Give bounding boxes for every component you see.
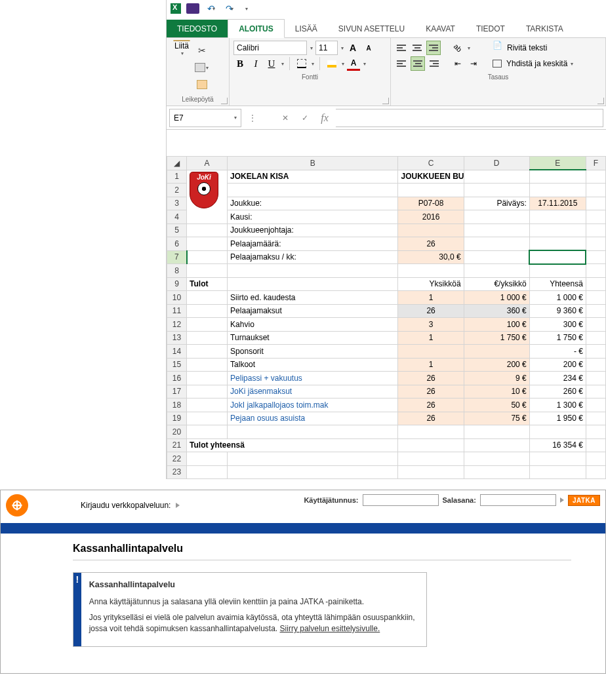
cell-C7[interactable]: 30,0 € [398,250,464,264]
cell-A9[interactable]: Tulot [187,277,228,291]
save-button[interactable] [186,3,199,14]
cell-E3[interactable]: 17.11.2015 [529,197,586,210]
cell-E21[interactable]: 16 354 € [529,438,586,452]
cell-D1[interactable] [464,170,529,184]
cell-D18[interactable]: 50 € [464,399,529,412]
cell-C18[interactable]: 26 [398,399,464,412]
tab-data[interactable]: TIEDOT [466,20,515,37]
row-header[interactable]: 3 [167,197,187,210]
select-all-corner[interactable]: ◢ [167,157,187,170]
wrap-text-button[interactable]: 📄 [491,41,504,55]
cell-C10[interactable]: 1 [398,291,464,305]
decrease-indent-button[interactable]: ⇤ [451,56,464,71]
cancel-formula-button[interactable]: ✕ [277,109,294,126]
paste-split[interactable]: ▾ [181,50,184,56]
namebox-more-button[interactable]: ⋮ [244,109,261,126]
row-header[interactable]: 10 [167,291,187,305]
worksheet[interactable]: ◢ A B C D E F 1 JoKi J [167,156,606,479]
row-header[interactable]: 21 [167,438,187,452]
decrease-font-button[interactable]: A [362,41,375,55]
col-header-F[interactable]: F [586,157,605,170]
cell-D10[interactable]: 1 000 € [464,291,529,305]
cell-E17[interactable]: 260 € [529,385,586,399]
cell-D13[interactable]: 1 750 € [464,331,529,345]
cell-C11[interactable]: 26 [398,304,464,318]
row-header[interactable]: 20 [167,425,187,439]
alignment-launcher[interactable] [597,98,604,104]
font-launcher[interactable] [382,98,389,104]
col-header-C[interactable]: C [398,157,464,170]
cell-E16[interactable]: 234 € [529,372,586,385]
row-header[interactable]: 22 [167,452,187,466]
cell-B14[interactable]: Sponsorit [228,345,398,359]
increase-font-button[interactable]: A [346,41,359,55]
cell-D11[interactable]: 360 € [464,304,529,318]
tab-insert[interactable]: LISÄÄ [285,20,328,37]
cell-D12[interactable]: 100 € [464,318,529,332]
cell-D3[interactable]: Päiväys: [464,197,529,210]
font-size-combo[interactable] [315,41,338,55]
borders-split[interactable]: ▾ [312,61,314,67]
cell-E19[interactable]: 1 950 € [529,412,586,425]
cut-button[interactable]: ✂ [193,43,211,58]
cell-D14[interactable] [464,345,529,359]
continue-button[interactable]: JATKA [568,495,600,506]
tab-file[interactable]: TIEDOSTO [167,20,228,37]
cell-C14[interactable] [398,345,464,359]
row-header[interactable]: 16 [167,372,187,385]
col-header-D[interactable]: D [464,157,529,170]
cell-D9[interactable]: €/yksikkö [464,277,529,291]
cell-E11[interactable]: 9 360 € [529,304,586,318]
insert-function-button[interactable]: fx [316,109,333,126]
cell-C1[interactable]: JOUKKUEEN BUDJETTI [398,170,464,184]
redo-split[interactable]: ▾ [231,6,233,12]
cell-A21[interactable]: Tulot yhteensä [187,438,398,452]
cell-C9[interactable]: Yksikköä [398,277,464,291]
cell-C16[interactable]: 26 [398,372,464,385]
undo-button[interactable]: ↶▾ [205,1,218,16]
row-header[interactable]: 4 [167,210,187,224]
cell-E12[interactable]: 300 € [529,318,586,332]
cell-D17[interactable]: 10 € [464,385,529,399]
password-input[interactable] [480,494,556,506]
increase-indent-button[interactable]: ⇥ [467,56,480,71]
name-box[interactable]: E7 ▾ [169,109,241,127]
redo-button[interactable]: ↷▾ [223,1,236,16]
cell-E18[interactable]: 1 300 € [529,399,586,412]
cell-E1[interactable] [529,170,586,184]
row-header[interactable]: 11 [167,304,187,318]
tab-pagelayout[interactable]: SIVUN ASETTELU [328,20,415,37]
info-link[interactable]: Siirry palvelun esittelysivulle. [280,624,380,633]
column-headers[interactable]: ◢ A B C D E F [167,157,606,170]
row-header[interactable]: 17 [167,385,187,399]
row-header[interactable]: 13 [167,331,187,345]
bold-button[interactable]: B [233,56,247,71]
formula-input[interactable] [336,109,603,127]
cell-D16[interactable]: 9 € [464,372,529,385]
cell-B10[interactable]: Siirto ed. kaudesta [228,291,398,305]
clipboard-launcher[interactable] [221,98,228,104]
cell-C13[interactable]: 1 [398,331,464,345]
undo-split[interactable]: ▾ [212,6,215,12]
font-color-button[interactable]: A [347,56,360,71]
row-header[interactable]: 14 [167,345,187,359]
cell-D19[interactable]: 75 € [464,412,529,425]
merge-center-button[interactable] [491,56,504,71]
align-bottom-button[interactable] [426,41,441,55]
align-center-button[interactable] [411,56,425,71]
cell-B16[interactable]: Pelipassi + vakuutus [228,372,398,385]
cell-E7[interactable] [529,250,586,264]
cell-B4[interactable]: Kausi: [228,210,398,224]
row-header[interactable]: 2 [167,184,187,197]
cell-E9[interactable]: Yhteensä [529,277,586,291]
cell-C4[interactable]: 2016 [398,210,464,224]
cell-C5[interactable] [398,224,464,237]
cell-C6[interactable]: 26 [398,237,464,251]
cell-C19[interactable]: 26 [398,412,464,425]
cell-C15[interactable]: 1 [398,358,464,372]
row-header[interactable]: 19 [167,412,187,425]
merge-split[interactable]: ▾ [571,61,573,67]
paste-button[interactable]: Liitä ▾ [171,41,193,55]
enter-formula-button[interactable]: ✓ [296,109,313,126]
cell-B6[interactable]: Pelaajamäärä: [228,237,398,251]
